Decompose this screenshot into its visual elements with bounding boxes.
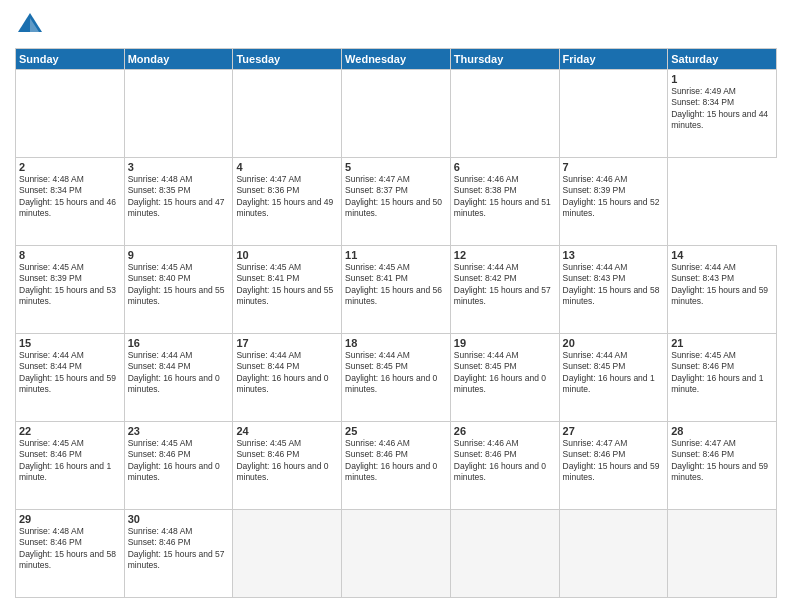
day-cell [124,70,233,158]
day-cell [233,510,342,598]
day-cell: 14Sunrise: 4:44 AMSunset: 8:43 PMDayligh… [668,246,777,334]
day-info: Sunrise: 4:47 AMSunset: 8:37 PMDaylight:… [345,174,447,220]
day-cell: 1Sunrise: 4:49 AMSunset: 8:34 PMDaylight… [668,70,777,158]
day-cell: 8Sunrise: 4:45 AMSunset: 8:39 PMDaylight… [16,246,125,334]
day-number: 30 [128,513,230,525]
page: SundayMondayTuesdayWednesdayThursdayFrid… [0,0,792,612]
day-cell: 20Sunrise: 4:44 AMSunset: 8:45 PMDayligh… [559,334,668,422]
day-number: 18 [345,337,447,349]
day-info: Sunrise: 4:46 AMSunset: 8:46 PMDaylight:… [454,438,556,484]
day-number: 15 [19,337,121,349]
day-cell: 6Sunrise: 4:46 AMSunset: 8:38 PMDaylight… [450,158,559,246]
day-cell: 11Sunrise: 4:45 AMSunset: 8:41 PMDayligh… [342,246,451,334]
day-number: 25 [345,425,447,437]
header-row: SundayMondayTuesdayWednesdayThursdayFrid… [16,49,777,70]
day-cell: 23Sunrise: 4:45 AMSunset: 8:46 PMDayligh… [124,422,233,510]
day-number: 26 [454,425,556,437]
day-info: Sunrise: 4:47 AMSunset: 8:36 PMDaylight:… [236,174,338,220]
day-cell [233,70,342,158]
day-cell: 17Sunrise: 4:44 AMSunset: 8:44 PMDayligh… [233,334,342,422]
day-cell [559,510,668,598]
day-cell: 7Sunrise: 4:46 AMSunset: 8:39 PMDaylight… [559,158,668,246]
day-number: 6 [454,161,556,173]
day-cell: 13Sunrise: 4:44 AMSunset: 8:43 PMDayligh… [559,246,668,334]
day-cell [342,510,451,598]
day-info: Sunrise: 4:44 AMSunset: 8:43 PMDaylight:… [563,262,665,308]
day-info: Sunrise: 4:49 AMSunset: 8:34 PMDaylight:… [671,86,773,132]
day-info: Sunrise: 4:46 AMSunset: 8:46 PMDaylight:… [345,438,447,484]
logo [15,10,49,40]
day-number: 13 [563,249,665,261]
day-info: Sunrise: 4:47 AMSunset: 8:46 PMDaylight:… [563,438,665,484]
day-info: Sunrise: 4:46 AMSunset: 8:39 PMDaylight:… [563,174,665,220]
week-row: 8Sunrise: 4:45 AMSunset: 8:39 PMDaylight… [16,246,777,334]
day-cell: 28Sunrise: 4:47 AMSunset: 8:46 PMDayligh… [668,422,777,510]
day-number: 23 [128,425,230,437]
day-info: Sunrise: 4:48 AMSunset: 8:46 PMDaylight:… [128,526,230,572]
day-cell: 18Sunrise: 4:44 AMSunset: 8:45 PMDayligh… [342,334,451,422]
day-info: Sunrise: 4:48 AMSunset: 8:46 PMDaylight:… [19,526,121,572]
day-info: Sunrise: 4:47 AMSunset: 8:46 PMDaylight:… [671,438,773,484]
header [15,10,777,40]
day-number: 29 [19,513,121,525]
day-cell: 12Sunrise: 4:44 AMSunset: 8:42 PMDayligh… [450,246,559,334]
day-cell: 25Sunrise: 4:46 AMSunset: 8:46 PMDayligh… [342,422,451,510]
day-number: 10 [236,249,338,261]
header-day: Saturday [668,49,777,70]
day-number: 22 [19,425,121,437]
week-row: 15Sunrise: 4:44 AMSunset: 8:44 PMDayligh… [16,334,777,422]
day-cell: 24Sunrise: 4:45 AMSunset: 8:46 PMDayligh… [233,422,342,510]
day-number: 4 [236,161,338,173]
day-info: Sunrise: 4:45 AMSunset: 8:41 PMDaylight:… [236,262,338,308]
day-number: 11 [345,249,447,261]
day-cell: 10Sunrise: 4:45 AMSunset: 8:41 PMDayligh… [233,246,342,334]
day-info: Sunrise: 4:46 AMSunset: 8:38 PMDaylight:… [454,174,556,220]
day-number: 8 [19,249,121,261]
day-number: 19 [454,337,556,349]
day-info: Sunrise: 4:44 AMSunset: 8:43 PMDaylight:… [671,262,773,308]
day-info: Sunrise: 4:45 AMSunset: 8:40 PMDaylight:… [128,262,230,308]
logo-icon [15,10,45,40]
day-cell: 4Sunrise: 4:47 AMSunset: 8:36 PMDaylight… [233,158,342,246]
day-number: 20 [563,337,665,349]
header-day: Monday [124,49,233,70]
day-cell: 2Sunrise: 4:48 AMSunset: 8:34 PMDaylight… [16,158,125,246]
day-cell: 5Sunrise: 4:47 AMSunset: 8:37 PMDaylight… [342,158,451,246]
day-info: Sunrise: 4:44 AMSunset: 8:42 PMDaylight:… [454,262,556,308]
day-cell [342,70,451,158]
day-number: 7 [563,161,665,173]
day-cell: 21Sunrise: 4:45 AMSunset: 8:46 PMDayligh… [668,334,777,422]
day-cell: 29Sunrise: 4:48 AMSunset: 8:46 PMDayligh… [16,510,125,598]
day-info: Sunrise: 4:44 AMSunset: 8:44 PMDaylight:… [236,350,338,396]
day-number: 2 [19,161,121,173]
day-cell: 16Sunrise: 4:44 AMSunset: 8:44 PMDayligh… [124,334,233,422]
day-info: Sunrise: 4:45 AMSunset: 8:46 PMDaylight:… [19,438,121,484]
day-number: 12 [454,249,556,261]
day-cell: 26Sunrise: 4:46 AMSunset: 8:46 PMDayligh… [450,422,559,510]
day-number: 21 [671,337,773,349]
day-info: Sunrise: 4:45 AMSunset: 8:41 PMDaylight:… [345,262,447,308]
day-cell: 15Sunrise: 4:44 AMSunset: 8:44 PMDayligh… [16,334,125,422]
day-cell [668,510,777,598]
week-row: 29Sunrise: 4:48 AMSunset: 8:46 PMDayligh… [16,510,777,598]
day-cell: 3Sunrise: 4:48 AMSunset: 8:35 PMDaylight… [124,158,233,246]
week-row: 2Sunrise: 4:48 AMSunset: 8:34 PMDaylight… [16,158,777,246]
header-day: Tuesday [233,49,342,70]
day-cell [450,70,559,158]
header-day: Thursday [450,49,559,70]
day-cell: 9Sunrise: 4:45 AMSunset: 8:40 PMDaylight… [124,246,233,334]
header-day: Wednesday [342,49,451,70]
day-info: Sunrise: 4:45 AMSunset: 8:39 PMDaylight:… [19,262,121,308]
header-day: Sunday [16,49,125,70]
day-cell: 19Sunrise: 4:44 AMSunset: 8:45 PMDayligh… [450,334,559,422]
day-cell: 30Sunrise: 4:48 AMSunset: 8:46 PMDayligh… [124,510,233,598]
day-cell: 22Sunrise: 4:45 AMSunset: 8:46 PMDayligh… [16,422,125,510]
day-number: 28 [671,425,773,437]
day-info: Sunrise: 4:44 AMSunset: 8:44 PMDaylight:… [128,350,230,396]
day-number: 3 [128,161,230,173]
day-number: 5 [345,161,447,173]
day-info: Sunrise: 4:45 AMSunset: 8:46 PMDaylight:… [671,350,773,396]
day-info: Sunrise: 4:44 AMSunset: 8:44 PMDaylight:… [19,350,121,396]
day-number: 16 [128,337,230,349]
day-number: 14 [671,249,773,261]
